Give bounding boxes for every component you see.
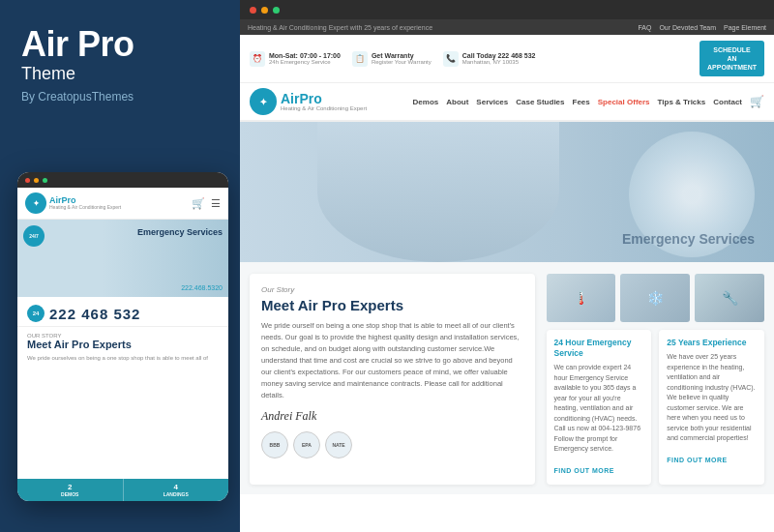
story-title: Meet Air Pro Experts <box>261 297 523 314</box>
thumb-1: 🌡️ <box>547 274 616 322</box>
header-warranty: 📋 Get Warranty Register Your Warranty <box>352 51 432 67</box>
header-hours: ⏰ Mon-Sat: 07:00 - 17:00 24h Emergency S… <box>250 51 341 67</box>
card-experience-link[interactable]: FIND OUT MORE <box>667 457 728 463</box>
dot-red <box>25 178 30 183</box>
nav-fees[interactable]: Fees <box>573 98 590 106</box>
dot-yellow <box>34 178 39 183</box>
call-sub: Manhattan, NY 10035 <box>462 59 536 65</box>
menu-icon[interactable]: ☰ <box>211 197 221 210</box>
card-experience-text: We have over 25 years experience in the … <box>667 352 757 444</box>
header-warranty-text: Get Warranty Register Your Warranty <box>372 52 432 65</box>
mobile-bottom-bar: 2 DEMOS 4 LANDINGS <box>17 479 228 501</box>
info-link-page[interactable]: Page Element <box>724 24 766 31</box>
header-info: ⏰ Mon-Sat: 07:00 - 17:00 24h Emergency S… <box>250 51 535 67</box>
nav-special-offers[interactable]: Special Offers <box>598 98 650 106</box>
hours-sub: 24h Emergency Service <box>269 59 341 65</box>
card-emergency: 24 Hour Emergency Service We can provide… <box>547 330 652 485</box>
thumb-img-2: ❄️ <box>620 274 690 322</box>
card-emergency-title: 24 Hour Emergency Service <box>554 338 644 359</box>
nav-demos[interactable]: Demos <box>413 98 439 106</box>
site-logo-text-wrap: AirPro Heating & Air Conditioning Expert <box>281 92 367 111</box>
landings-count: 4 <box>124 483 229 491</box>
mobile-story-text: We pride ourselves on being a one stop s… <box>27 354 219 362</box>
header-call: 📞 Call Today 222 468 532 Manhattan, NY 1… <box>443 51 536 67</box>
theme-subtitle: Theme <box>21 64 219 84</box>
cta-line1: SCHEDULE <box>707 45 757 54</box>
hero-text-main: Emergency Services <box>622 231 755 248</box>
info-link-team[interactable]: Our Devoted Team <box>659 24 716 31</box>
mobile-phone-section: 24 222 468 532 <box>17 297 228 327</box>
thumb-img-1: 🌡️ <box>547 274 616 322</box>
landings-label: LANDINGS <box>164 491 189 497</box>
nav-tips[interactable]: Tips & Tricks <box>658 98 706 106</box>
badge-bbb: BBB <box>261 431 288 458</box>
story-our-label: Our Story <box>261 285 523 294</box>
hero-text: Emergency Services <box>622 231 755 248</box>
thumb-row: 🌡️ ❄️ 🔧 <box>547 274 764 322</box>
person-shape <box>317 122 559 262</box>
cart-icon[interactable]: 🛒 <box>750 95 764 108</box>
mobile-topbar <box>17 172 228 188</box>
browser-topbar <box>240 0 774 19</box>
mobile-phone-number: 222 468 532 <box>49 306 140 322</box>
nav-case-studies[interactable]: Case Studies <box>516 98 564 106</box>
site-logo-sub: Heating & Air Conditioning Expert <box>281 105 367 111</box>
site-logo-name: AirPro <box>281 92 367 105</box>
mobile-demos[interactable]: 2 DEMOS <box>17 479 124 501</box>
mobile-logo-text-wrap: AirPro Heating & Air Conditioning Expert <box>49 196 121 210</box>
nav-services[interactable]: Services <box>476 98 508 106</box>
warranty-sub: Register Your Warranty <box>372 59 432 65</box>
story-text: We pride ourself on being a one stop sho… <box>261 320 523 401</box>
header-call-text: Call Today 222 468 532 Manhattan, NY 100… <box>462 52 536 65</box>
clock-icon: ⏰ <box>250 51 265 67</box>
site-logo-icon: ✦ <box>250 88 277 115</box>
demos-count: 2 <box>17 483 123 491</box>
mobile-landings[interactable]: 4 LANDINGS <box>124 479 229 501</box>
mobile-story: Our Story Meet Air Pro Experts We pride … <box>17 327 228 369</box>
mobile-nav: ✦ AirPro Heating & Air Conditioning Expe… <box>17 188 228 220</box>
mobile-hero-title: Emergency Services <box>137 227 223 239</box>
mobile-nav-icons: 🛒 ☰ <box>192 197 221 210</box>
nav-about[interactable]: About <box>446 98 468 106</box>
story-section: Our Story Meet Air Pro Experts We pride … <box>250 274 535 485</box>
dot-green <box>43 178 47 183</box>
cart-icon[interactable]: 🛒 <box>192 197 205 210</box>
thumb-3: 🔧 <box>695 274 764 322</box>
info-bar: Heating & Air Conditioning Expert with 2… <box>240 19 774 35</box>
thumb-img-3: 🔧 <box>695 274 764 322</box>
card-experience-title: 25 Years Experience <box>667 338 757 348</box>
browser-dot-green[interactable] <box>273 7 280 14</box>
call-title: Call Today 222 468 532 <box>462 52 536 59</box>
cta-line3: APPOINTMENT <box>707 63 757 72</box>
thumb-2: ❄️ <box>620 274 690 322</box>
browser-dot-yellow[interactable] <box>261 7 268 14</box>
call-icon: 📞 <box>443 51 459 67</box>
theme-by: By CreatopusThemes <box>21 90 219 103</box>
browser-dot-red[interactable] <box>250 7 256 14</box>
info-bar-links: FAQ Our Devoted Team Page Element <box>638 24 766 31</box>
info-link-faq[interactable]: FAQ <box>638 24 651 31</box>
mobile-hero-phone: 222.468.5320 <box>181 284 223 291</box>
cards-row: 24 Hour Emergency Service We can provide… <box>547 330 764 485</box>
mobile-hero-text: Emergency Services <box>137 227 223 239</box>
site-logo: ✦ AirPro Heating & Air Conditioning Expe… <box>250 88 367 115</box>
badge-nate: NATE <box>325 431 352 458</box>
nav-contact[interactable]: Contact <box>713 98 742 106</box>
left-panel: Air Pro Theme By CreatopusThemes ✦ AirPr… <box>0 0 240 532</box>
header-hours-text: Mon-Sat: 07:00 - 17:00 24h Emergency Ser… <box>269 52 341 65</box>
card-experience: 25 Years Experience We have over 25 year… <box>659 330 764 485</box>
card-emergency-text: We can provide expert 24 hour Emergency … <box>554 363 644 455</box>
mobile-hero: 24/7 Emergency Services 222.468.5320 <box>17 220 228 297</box>
warranty-title: Get Warranty <box>372 52 432 59</box>
schedule-cta[interactable]: SCHEDULE AN APPOINTMENT <box>700 41 764 76</box>
mobile-logo-sub: Heating & Air Conditioning Expert <box>49 205 121 210</box>
mobile-mockup: ✦ AirPro Heating & Air Conditioning Expe… <box>17 172 228 501</box>
info-bar-text: Heating & Air Conditioning Expert with 2… <box>248 24 432 31</box>
theme-title: Air Pro <box>21 27 219 62</box>
mobile-story-title: Meet Air Pro Experts <box>27 339 219 351</box>
mobile-24-icon: 24 <box>27 305 45 322</box>
card-emergency-link[interactable]: FIND OUT MORE <box>554 467 615 474</box>
right-panel: Heating & Air Conditioning Expert with 2… <box>240 0 774 532</box>
cta-line2: AN <box>707 54 757 63</box>
site-header: ⏰ Mon-Sat: 07:00 - 17:00 24h Emergency S… <box>240 35 774 83</box>
